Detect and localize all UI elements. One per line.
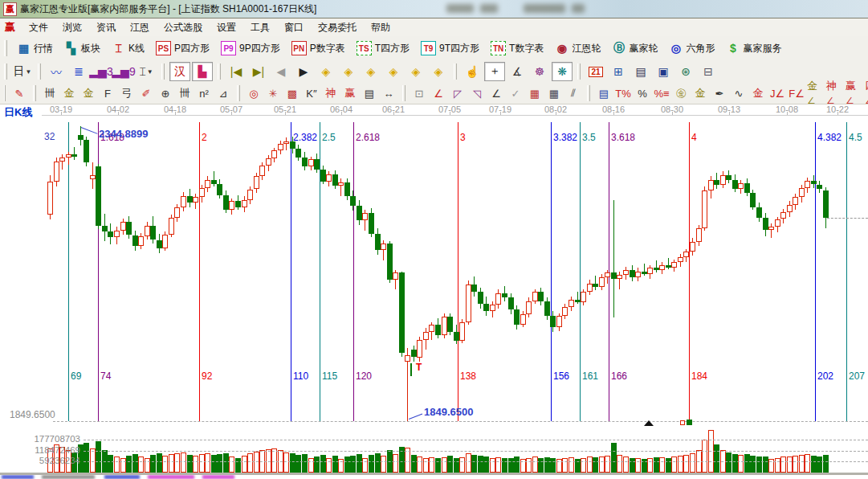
volume-bar (326, 458, 332, 473)
candle-body (768, 227, 774, 230)
gann-vertical-line (815, 122, 816, 421)
volume-bar (211, 455, 217, 473)
gann-count-label: 92 (202, 371, 212, 382)
gann-count-label: 161 (582, 371, 598, 382)
candle-body (84, 140, 89, 162)
volume-bar (126, 456, 132, 473)
volume-bar (459, 457, 465, 473)
volume-bar (550, 458, 556, 473)
gann-vertical-line (580, 122, 581, 421)
volume-bar (447, 456, 453, 473)
candle-body (332, 174, 338, 186)
candle-body (514, 309, 520, 325)
status-text-blur (2, 475, 34, 479)
gann-count-label: 156 (553, 371, 569, 382)
candle-wick (214, 171, 214, 186)
status-text-blur (202, 475, 234, 479)
gann-count-label: 115 (322, 371, 337, 382)
volume-bar (229, 456, 234, 473)
candle-body (483, 304, 489, 312)
volume-bar (435, 458, 441, 473)
candle-body (247, 190, 253, 200)
candle-body (290, 141, 295, 149)
volume-bar (750, 456, 756, 473)
chart-canvas[interactable]: 691.618742922.3821102.51152.61812031383.… (0, 0, 868, 479)
gann-ratio-label: 4.5 (849, 132, 862, 143)
volume-bar (205, 453, 210, 473)
volume-bar (605, 456, 610, 473)
volume-bar (174, 453, 180, 473)
volume-bar (199, 454, 205, 473)
volume-bar (429, 457, 434, 473)
volume-bar (290, 453, 295, 473)
gann-count-label: 138 (460, 371, 476, 382)
candle-body (102, 226, 108, 231)
candle-body (442, 317, 447, 335)
volume-bar (671, 456, 677, 473)
candle-body (266, 158, 271, 166)
candle-body (223, 195, 229, 210)
volume-bar (145, 458, 150, 473)
peak-price-annotation: 2344.8899 (99, 128, 148, 140)
candle-body (211, 180, 217, 183)
candle-body (666, 265, 671, 268)
candle-body (599, 277, 605, 287)
candle-body (647, 268, 653, 273)
candle-body (350, 196, 356, 206)
candle-body (459, 322, 465, 341)
volume-bar (647, 458, 653, 473)
volume-bar (187, 455, 193, 473)
candle-body (593, 284, 598, 287)
candle-body (138, 236, 144, 246)
volume-bar (587, 456, 593, 473)
volume-bar (193, 456, 198, 473)
volume-bar (508, 458, 514, 473)
volume-gridline (84, 461, 868, 462)
candle-body (114, 231, 120, 238)
candle-body (357, 206, 362, 220)
volume-axis-label: 59236234 (5, 456, 80, 465)
candle-body (714, 180, 719, 184)
gann-count-label: 184 (691, 371, 707, 382)
volume-axis-label: 177708703 (5, 434, 80, 444)
candle-body (678, 257, 683, 262)
volume-bar (763, 456, 768, 473)
candle-body (435, 325, 441, 335)
candle-body (562, 307, 568, 315)
candle-body (799, 188, 805, 197)
candle-body (217, 184, 222, 195)
volume-bar (581, 458, 586, 473)
volume-bar (532, 456, 538, 473)
volume-bar (683, 455, 689, 473)
candle-body (96, 166, 101, 226)
candle-body (495, 293, 501, 305)
gann-count-label: 166 (611, 371, 627, 382)
candle-body (617, 275, 622, 278)
candle-body (605, 272, 610, 277)
volume-bar (744, 454, 750, 473)
volume-bar (611, 443, 617, 473)
candle-body (623, 270, 629, 275)
candle-wick (771, 223, 772, 238)
status-text-blur (104, 475, 140, 479)
candle-body (780, 212, 786, 219)
status-text-blur (42, 475, 95, 479)
candle-wick (340, 178, 341, 196)
candle-body (671, 262, 677, 268)
support-price-label: 1849.6500 (10, 409, 55, 420)
gann-count-label: 32 (44, 131, 55, 142)
candle-body (756, 207, 762, 218)
candle-body (635, 272, 641, 277)
volume-bar (544, 457, 550, 473)
candle-body (811, 181, 817, 184)
candle-body (54, 162, 59, 182)
candle-body (242, 200, 247, 207)
candle-body (544, 301, 550, 316)
gann-count-label: 202 (817, 371, 833, 382)
candle-body (259, 166, 265, 176)
candle-body (169, 218, 174, 235)
candle-body (630, 270, 635, 277)
low-leader-line (409, 414, 422, 420)
candle-body (447, 317, 453, 332)
candle-body (187, 196, 193, 203)
